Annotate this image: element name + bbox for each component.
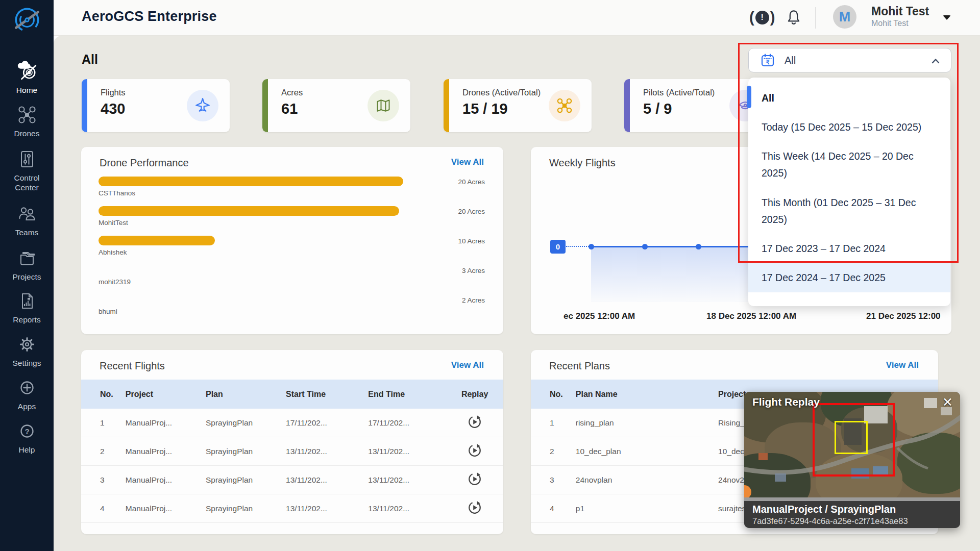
sidebar: Home Drones (0, 0, 54, 551)
performance-row: CSTThanos 20 Acres (99, 177, 485, 206)
chart-point (642, 244, 648, 249)
stat-label: Pilots (Active/Total) (643, 88, 715, 97)
close-icon[interactable]: ✕ (942, 395, 953, 410)
avatar[interactable]: M (833, 5, 856, 29)
sidebar-item-apps[interactable]: Apps (0, 378, 54, 411)
panel-title: Recent Plans (549, 360, 610, 372)
sidebar-item-teams[interactable]: Teams (0, 204, 54, 237)
sidebar-item-settings[interactable]: Settings (0, 334, 54, 368)
drone-icon (549, 90, 580, 121)
stat-card-drones: Drones (Active/Total) 15 / 19 (444, 79, 592, 132)
cell-start: 13/11/202... (286, 447, 368, 456)
map-icon (368, 90, 399, 121)
filter-option-all[interactable]: All (748, 84, 950, 113)
sidebar-item-home[interactable]: Home (0, 60, 54, 95)
chart-dotted-connector (566, 246, 591, 247)
plan-boundary-yellow (835, 421, 868, 454)
sidebar-item-label: Home (3, 85, 52, 95)
acres-value: 10 Acres (440, 236, 485, 265)
user-subtitle: Mohit Test (871, 19, 909, 28)
home-icon (16, 60, 38, 84)
acres-value: 3 Acres (440, 265, 485, 295)
dashboard-screen: Home Drones (0, 0, 980, 551)
filter-option-last-year[interactable]: 17 Dec 2023 – 17 Dec 2024 (748, 234, 950, 263)
cell-plan-name: 10_dec_plan (576, 447, 718, 456)
selected-filter-value: All (785, 55, 796, 66)
user-menu-caret-icon[interactable] (943, 15, 951, 20)
user-name: Mohit Test (871, 5, 929, 18)
replay-icon[interactable] (467, 500, 482, 515)
replay-popup-title: Flight Replay (752, 396, 820, 408)
cell-plan-name: p1 (576, 504, 718, 513)
date-filter-select[interactable]: ₹ All (748, 48, 951, 72)
panel-title: Weekly Flights (549, 157, 616, 169)
stat-label: Acres (281, 88, 303, 97)
performance-row: bhumi 2 Acres (99, 295, 485, 324)
table-row[interactable]: 1 ManualProj... SprayingPlan 17/11/202..… (81, 409, 503, 437)
app-title: AeroGCS Enterprise (82, 9, 217, 24)
flight-replay-popup: Flight Replay ✕ ManualProject / Spraying… (744, 392, 960, 528)
replay-icon[interactable] (467, 471, 482, 487)
replay-icon[interactable] (467, 443, 482, 458)
cell-project: ManualProj... (126, 447, 206, 456)
svg-text:?: ? (24, 427, 29, 436)
plus-circle-icon (17, 378, 37, 400)
acres-value: 20 Acres (440, 206, 485, 236)
cell-plan-name: 24novplan (576, 475, 718, 485)
aerogcs-logo-icon (11, 4, 43, 36)
stat-value: 15 / 19 (462, 101, 508, 117)
col-no: No. (531, 390, 576, 399)
cell-end: 13/11/202... (368, 475, 446, 485)
sidebar-item-label: Drones (3, 129, 52, 138)
calendar-rupee-icon: ₹ (760, 53, 775, 68)
sidebar-item-label: Control Center (3, 173, 52, 193)
performance-row: Abhishek 10 Acres (99, 236, 485, 265)
sidebar-item-label: Settings (3, 358, 52, 368)
drones-accent-bar (444, 79, 449, 132)
filter-option-today[interactable]: Today (15 Dec 2025 – 15 Dec 2025) (748, 113, 950, 142)
flights-accent-bar (82, 79, 87, 132)
replay-info-bar: ManualProject / SprayingPlan 7ad3fe67-52… (744, 501, 960, 528)
alert-button[interactable]: ( ! ) (749, 10, 775, 25)
cell-no: 4 (81, 504, 126, 513)
stat-value: 5 / 9 (643, 101, 672, 117)
cell-no: 2 (531, 447, 576, 456)
table-row[interactable]: 4 ManualProj... SprayingPlan 13/11/202..… (81, 494, 503, 523)
sidebar-item-label: Teams (3, 228, 52, 237)
table-row[interactable]: 3 ManualProj... SprayingPlan 13/11/202..… (81, 466, 503, 494)
x-axis-label: 18 Dec 2025 12:00 AM (706, 311, 796, 321)
sidebar-item-drones[interactable]: Drones (0, 105, 54, 138)
x-axis-label: ec 2025 12:00 AM (564, 311, 635, 321)
notifications-button[interactable] (785, 8, 803, 29)
acres-accent-bar (262, 79, 268, 132)
header-divider (815, 7, 816, 29)
sidebar-item-projects[interactable]: Projects (0, 248, 54, 282)
col-end-time: End Time (368, 390, 446, 399)
replay-map[interactable]: Flight Replay ✕ (744, 392, 960, 497)
gear-icon (17, 334, 37, 357)
cell-plan-name: rising_plan (576, 418, 718, 428)
table-row[interactable]: 2 ManualProj... SprayingPlan 13/11/202..… (81, 437, 503, 466)
recent-plans-view-all-link[interactable]: View All (886, 360, 919, 370)
cell-plan: SprayingPlan (206, 418, 286, 428)
top-header: AeroGCS Enterprise ( ! ) M Mohit Test Mo… (54, 0, 980, 36)
drone-name: mohit2319 (99, 278, 440, 286)
col-plan-name: Plan Name (576, 390, 718, 399)
filter-option-this-month[interactable]: This Month (01 Dec 2025 – 31 Dec 2025) (748, 188, 950, 234)
recent-flights-view-all-link[interactable]: View All (451, 360, 484, 370)
svg-text:₹: ₹ (766, 59, 770, 66)
performance-bar (99, 236, 215, 245)
drone-performance-view-all-link[interactable]: View All (451, 157, 484, 167)
replay-icon[interactable] (467, 414, 482, 430)
filter-option-this-week[interactable]: This Week (14 Dec 2025 – 20 Dec 2025) (748, 142, 950, 188)
filter-option-current-year[interactable]: 17 Dec 2024 – 17 Dec 2025 (748, 263, 950, 292)
replay-progress-strip (744, 497, 960, 501)
sidebar-item-reports[interactable]: Reports (0, 291, 54, 324)
y-value-badge: 0 (550, 240, 566, 254)
sidebar-item-help[interactable]: ? Help (0, 421, 54, 455)
cell-start: 17/11/202... (286, 418, 368, 428)
col-plan: Plan (206, 390, 286, 399)
panel-title: Drone Performance (100, 157, 189, 169)
cell-start: 13/11/202... (286, 504, 368, 513)
sidebar-item-control-center[interactable]: Control Center (0, 149, 54, 193)
